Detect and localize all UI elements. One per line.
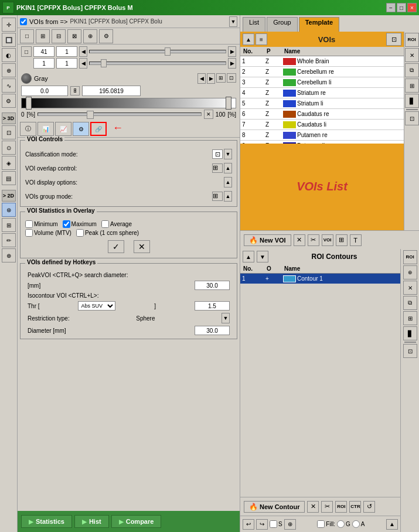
pct-thumb[interactable] xyxy=(87,111,94,119)
pct-slider[interactable] xyxy=(38,112,202,116)
new-contour-ctr[interactable]: CTR xyxy=(349,501,361,513)
contrast-tool[interactable]: ◐ xyxy=(2,48,16,62)
tab-info[interactable]: ⓘ xyxy=(20,122,36,136)
average-checkbox[interactable] xyxy=(101,220,109,228)
pct-cross[interactable]: ✕ xyxy=(204,110,213,119)
vois-icon-btn[interactable]: ≡ xyxy=(256,33,267,45)
table-row[interactable]: 2 Z Cerebellum re xyxy=(240,67,404,77)
roi-icon-plus[interactable]: ⊕ xyxy=(403,265,417,279)
s-checkbox[interactable] xyxy=(270,520,277,528)
tool-btn-5[interactable]: ⊕ xyxy=(83,29,97,43)
filter-tool[interactable]: ⊕ xyxy=(2,248,16,262)
nav-up-arrow[interactable]: ▲ xyxy=(386,519,398,530)
peak-input[interactable] xyxy=(195,281,230,290)
draw-tool[interactable]: ✏ xyxy=(2,233,16,247)
new-voi-scissors[interactable]: ✂ xyxy=(308,234,319,246)
3d-tool3[interactable]: ◈ xyxy=(2,156,16,170)
slider2-thumb[interactable] xyxy=(101,59,107,67)
classification-icon[interactable]: ⊡ xyxy=(212,149,223,159)
restriction-dropdown[interactable]: ▼ xyxy=(222,313,230,323)
tool-btn-2[interactable]: ⊞ xyxy=(36,29,50,43)
tool-btn-3[interactable]: ⊟ xyxy=(52,29,66,43)
new-voi-voi[interactable]: VOI xyxy=(322,234,333,246)
tab-group[interactable]: Group xyxy=(267,17,298,32)
slider1-left[interactable]: ◀ xyxy=(79,46,87,57)
group-dropdown[interactable]: ▲ xyxy=(224,191,232,202)
roi-extra-icon[interactable]: ⊡ xyxy=(403,344,417,358)
slider1-thumb[interactable] xyxy=(165,47,171,56)
new-voi-text[interactable]: T xyxy=(350,234,362,246)
nav-undo[interactable]: ↩ xyxy=(243,519,254,530)
roi-paste-icon[interactable]: ⊞ xyxy=(403,311,417,325)
measure-tool[interactable]: ⊕ xyxy=(2,63,16,77)
fill-g-radio[interactable] xyxy=(337,520,345,528)
slider1-input1[interactable] xyxy=(33,46,54,57)
table-row[interactable]: 5 Z Striatum li xyxy=(240,98,404,109)
tab-list[interactable]: List xyxy=(243,17,265,32)
color-val2[interactable] xyxy=(82,86,141,96)
roi-nav-up[interactable]: ▲ xyxy=(243,251,254,262)
new-contour-refresh[interactable]: ↺ xyxy=(363,501,375,513)
table-row[interactable]: 7 Z Caudatus li xyxy=(240,120,404,130)
new-contour-close[interactable]: ✕ xyxy=(307,501,319,513)
vois-bar-icon[interactable]: ▊ xyxy=(405,94,419,108)
table-row[interactable]: 8 Z Putamen re xyxy=(240,130,404,141)
gradient-thumb-right[interactable] xyxy=(226,97,231,110)
slider1-input2[interactable] xyxy=(56,46,77,57)
roi-nav-down[interactable]: ▼ xyxy=(257,251,268,262)
fill-checkbox[interactable] xyxy=(317,520,325,528)
color-right[interactable]: ▶ xyxy=(207,73,215,84)
settings-tool[interactable]: ⚙ xyxy=(2,94,16,108)
roi-close-icon[interactable]: ✕ xyxy=(403,281,417,295)
color-val1[interactable] xyxy=(21,86,68,96)
group-icon[interactable]: ⊞ xyxy=(212,192,223,201)
new-voi-button[interactable]: 🔥 New VOI xyxy=(244,234,291,246)
gradient-thumb-left[interactable] xyxy=(26,97,32,110)
abs-suv-select[interactable]: Abs SUV Rel %max xyxy=(78,301,115,311)
tool-btn-6[interactable]: ⚙ xyxy=(99,29,113,43)
slider2-input1[interactable] xyxy=(33,58,54,69)
new-voi-grid[interactable]: ⊞ xyxy=(336,234,348,246)
overlap-icon[interactable]: ⊞ xyxy=(212,163,223,173)
compare-button[interactable]: ▶ Compare xyxy=(111,515,162,528)
statistics-button[interactable]: ▶ Statistics xyxy=(21,515,72,528)
nav-redo[interactable]: ↪ xyxy=(256,519,268,530)
vois-from-checkbox[interactable] xyxy=(20,18,27,25)
slider1-right[interactable]: ▶ xyxy=(228,46,236,57)
thr-input[interactable] xyxy=(195,301,230,311)
roi-table-row[interactable]: 1 + Contour 1 xyxy=(240,274,400,284)
diameter-input[interactable] xyxy=(195,326,230,335)
cursor-tool[interactable]: ✛ xyxy=(2,18,16,32)
tab-settings[interactable]: ⚙ xyxy=(73,122,89,136)
3d-tool2[interactable]: ⊙ xyxy=(2,141,16,155)
tab-template[interactable]: Template xyxy=(299,17,339,32)
slider2-left[interactable]: ◀ xyxy=(79,58,87,69)
new-contour-scissors[interactable]: ✂ xyxy=(321,501,333,513)
minimum-checkbox[interactable] xyxy=(25,220,33,228)
cancel-button[interactable]: ✕ xyxy=(134,240,150,253)
table-row[interactable]: 1 Z Whole Brain xyxy=(240,56,404,67)
3d-tool1[interactable]: ⊡ xyxy=(2,125,16,139)
vois-copy-icon[interactable]: ⧉ xyxy=(405,63,419,77)
new-contour-roi[interactable]: ROI xyxy=(335,501,347,513)
3d-tool4[interactable]: ▤ xyxy=(2,171,16,185)
maximize-button[interactable]: □ xyxy=(397,3,406,12)
vois-from-dropdown[interactable]: ▼ xyxy=(229,16,237,27)
vois-roi-icon[interactable]: ROI xyxy=(405,33,419,47)
voi-tool[interactable]: ⊛ xyxy=(2,203,16,217)
tab-chart[interactable]: 📊 xyxy=(38,122,54,136)
vois-extra-icon[interactable]: ⊡ xyxy=(405,111,419,125)
overlap-dropdown[interactable]: ▲ xyxy=(224,163,232,173)
table-row[interactable]: 4 Z Striatum re xyxy=(240,88,404,98)
slider1-track[interactable] xyxy=(89,50,226,53)
zoom-tool[interactable]: 🔲 xyxy=(2,33,16,47)
hist-button[interactable]: ▶ Hist xyxy=(74,515,109,528)
fill-a-radio[interactable] xyxy=(352,520,360,528)
classification-dropdown[interactable]: ▼ xyxy=(224,149,232,159)
tool-btn-1[interactable]: □ xyxy=(20,29,34,43)
vois-nav-right-icon[interactable]: ⊡ xyxy=(386,33,401,46)
volume-checkbox[interactable] xyxy=(25,229,33,237)
table-row[interactable]: 3 Z Cerebellum li xyxy=(240,77,404,88)
display-dropdown[interactable]: ▲ xyxy=(224,177,232,187)
vois-close-icon[interactable]: ✕ xyxy=(405,48,419,62)
